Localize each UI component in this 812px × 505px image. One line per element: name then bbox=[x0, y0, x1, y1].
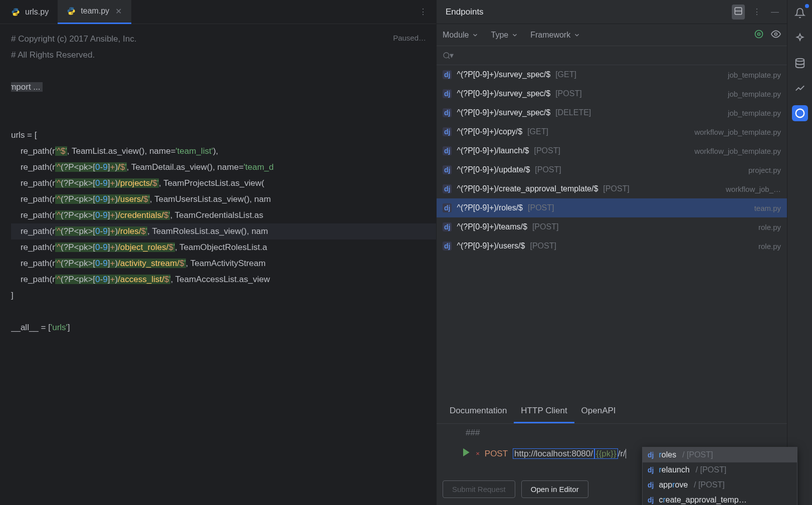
error-marker-icon: ✕ bbox=[476, 451, 480, 456]
framework-badge: dj bbox=[648, 481, 654, 489]
framework-badge: dj bbox=[443, 146, 452, 155]
endpoint-row[interactable]: dj^(?P[0-9]+)/survey_spec/$ [DELETE]job_… bbox=[437, 103, 787, 122]
endpoints-panel: Endpoints ⋮ — Module Type Framework ▾ dj… bbox=[436, 0, 787, 505]
endpoint-method: [GET] bbox=[555, 70, 576, 79]
search-bar[interactable]: ▾ bbox=[437, 46, 787, 65]
cursor: / bbox=[623, 449, 626, 458]
chevron-down-icon bbox=[573, 32, 580, 39]
endpoint-file: workflow_job_… bbox=[726, 185, 781, 193]
framework-badge: dj bbox=[648, 451, 654, 459]
completion-item[interactable]: djapprove/ [POST] bbox=[643, 477, 797, 492]
chevron-down-icon bbox=[472, 32, 479, 39]
code-content[interactable]: Paused… # Copyright (c) 2017 Ansible, In… bbox=[11, 24, 436, 505]
import-folded[interactable]: import ... bbox=[11, 82, 43, 92]
endpoint-method: [GET] bbox=[527, 127, 548, 136]
panel-header: Endpoints ⋮ — bbox=[437, 0, 787, 24]
framework-badge: dj bbox=[443, 70, 452, 79]
endpoint-method: [POST] bbox=[555, 89, 581, 98]
framework-badge: dj bbox=[443, 165, 452, 174]
svg-marker-7 bbox=[464, 449, 469, 456]
completion-popup[interactable]: djroles/ [POST]djrelaunch/ [POST]djappro… bbox=[642, 447, 797, 505]
endpoint-file: workflow_job_template.py bbox=[694, 147, 781, 155]
endpoint-row[interactable]: dj^(?P[0-9]+)/users/$ [POST]role.py bbox=[437, 236, 787, 256]
framework-badge: dj bbox=[443, 127, 452, 136]
endpoint-path: ^(?P[0-9]+)/teams/$ bbox=[457, 222, 527, 231]
endpoint-row[interactable]: dj^(?P[0-9]+)/create_approval_template/$… bbox=[437, 179, 787, 198]
eye-icon[interactable] bbox=[771, 29, 781, 41]
right-toolbar bbox=[787, 0, 812, 505]
framework-badge: dj bbox=[443, 241, 452, 250]
endpoint-row[interactable]: dj^(?P[0-9]+)/launch/$ [POST]workflow_jo… bbox=[437, 141, 787, 160]
http-variable[interactable]: {{pk}} bbox=[594, 448, 618, 459]
endpoint-method: [POST] bbox=[535, 165, 561, 174]
endpoint-method: [POST] bbox=[530, 241, 556, 250]
endpoint-path: ^(?P[0-9]+)/update/$ bbox=[457, 165, 530, 174]
http-url[interactable]: http://localhost:8080/ bbox=[513, 448, 594, 459]
tab-label: urls.py bbox=[25, 8, 49, 17]
code-editor[interactable]: Paused… # Copyright (c) 2017 Ansible, In… bbox=[0, 24, 436, 505]
endpoint-method: [POST] bbox=[528, 203, 554, 212]
svg-point-4 bbox=[775, 33, 777, 35]
filter-module[interactable]: Module bbox=[443, 31, 479, 40]
endpoint-method: [POST] bbox=[603, 184, 629, 193]
completion-item[interactable]: djroles/ [POST] bbox=[643, 447, 797, 462]
endpoint-row[interactable]: dj^(?P[0-9]+)/roles/$ [POST]team.py bbox=[437, 198, 787, 217]
filter-bar: Module Type Framework bbox=[437, 24, 787, 46]
minimize-icon[interactable]: — bbox=[769, 6, 781, 19]
target-icon[interactable] bbox=[754, 29, 764, 41]
endpoint-file: job_template.py bbox=[728, 71, 781, 79]
more-options-icon[interactable]: ⋮ bbox=[751, 5, 763, 19]
endpoint-row[interactable]: dj^(?P[0-9]+)/copy/$ [GET]workflow_job_t… bbox=[437, 122, 787, 141]
framework-badge: dj bbox=[443, 222, 452, 231]
submit-request-button[interactable]: Submit Request bbox=[443, 480, 515, 498]
detail-tab-documentation[interactable]: Documentation bbox=[443, 400, 514, 423]
endpoint-row[interactable]: dj^(?P[0-9]+)/teams/$ [POST]role.py bbox=[437, 217, 787, 236]
endpoint-method: [POST] bbox=[534, 146, 560, 155]
svg-point-5 bbox=[444, 53, 449, 58]
endpoint-file: job_template.py bbox=[728, 109, 781, 117]
code-line: ] bbox=[11, 288, 436, 304]
database-icon[interactable] bbox=[792, 55, 808, 71]
svg-point-3 bbox=[758, 33, 760, 35]
open-in-editor-button[interactable]: Open in Editor bbox=[521, 480, 588, 498]
detail-tabs: DocumentationHTTP ClientOpenAPI bbox=[437, 400, 787, 424]
ai-assistant-icon[interactable] bbox=[792, 30, 808, 46]
completion-item[interactable]: djrelaunch/ [POST] bbox=[643, 462, 797, 477]
framework-badge: dj bbox=[648, 466, 654, 474]
endpoint-path: ^(?P[0-9]+)/survey_spec/$ bbox=[457, 108, 550, 117]
tab-urls-py[interactable]: urls.py bbox=[2, 0, 58, 24]
endpoint-row[interactable]: dj^(?P[0-9]+)/survey_spec/$ [GET]job_tem… bbox=[437, 65, 787, 84]
tab-team-py[interactable]: team.py ✕ bbox=[58, 0, 131, 24]
filter-type[interactable]: Type bbox=[491, 31, 518, 40]
code-line: urls = [ bbox=[11, 127, 436, 143]
endpoint-list[interactable]: dj^(?P[0-9]+)/survey_spec/$ [GET]job_tem… bbox=[437, 65, 787, 400]
close-icon[interactable]: ✕ bbox=[115, 7, 122, 16]
endpoint-row[interactable]: dj^(?P[0-9]+)/update/$ [POST]project.py bbox=[437, 160, 787, 179]
tab-label: team.py bbox=[81, 7, 109, 16]
endpoint-row[interactable]: dj^(?P[0-9]+)/survey_spec/$ [POST]job_te… bbox=[437, 84, 787, 103]
filter-framework[interactable]: Framework bbox=[530, 31, 580, 40]
endpoint-path: ^(?P[0-9]+)/create_approval_template/$ bbox=[457, 184, 598, 193]
detail-tab-http-client[interactable]: HTTP Client bbox=[514, 400, 574, 423]
layout-icon[interactable] bbox=[732, 5, 745, 20]
endpoint-path: ^(?P[0-9]+)/survey_spec/$ bbox=[457, 89, 550, 98]
paused-indicator: Paused… bbox=[393, 30, 426, 46]
http-method: POST bbox=[485, 449, 508, 459]
tab-bar: urls.py team.py ✕ ⋮ bbox=[0, 0, 436, 24]
profiler-icon[interactable] bbox=[792, 80, 808, 96]
endpoint-path: ^(?P[0-9]+)/survey_spec/$ bbox=[457, 70, 550, 79]
python-file-icon bbox=[67, 7, 76, 16]
run-icon[interactable] bbox=[443, 438, 471, 469]
http-separator: ### bbox=[443, 428, 781, 438]
framework-badge: dj bbox=[443, 184, 452, 193]
code-line: # Copyright (c) 2017 Ansible, Inc. bbox=[11, 31, 436, 47]
tab-more-icon[interactable]: ⋮ bbox=[419, 7, 427, 17]
framework-badge: dj bbox=[443, 89, 452, 98]
notification-dot bbox=[805, 4, 809, 8]
completion-item[interactable]: djcreate_approval_temp… bbox=[643, 492, 797, 505]
chevron-down-icon bbox=[511, 32, 518, 39]
detail-tab-openapi[interactable]: OpenAPI bbox=[574, 400, 623, 423]
http-client-area[interactable]: ### ✕ POST http://localhost:8080/{{pk}}/… bbox=[437, 424, 787, 473]
panel-title: Endpoints bbox=[443, 7, 484, 17]
endpoints-icon[interactable] bbox=[792, 105, 808, 121]
